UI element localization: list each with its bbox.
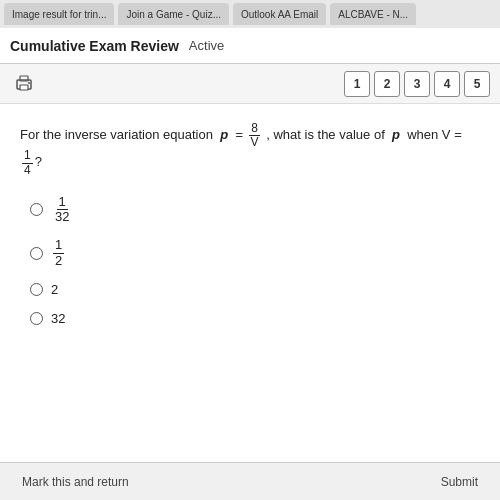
equals-sign: = — [235, 127, 243, 142]
nav-btn-1[interactable]: 1 — [344, 71, 370, 97]
mark-return-button[interactable]: Mark this and return — [14, 471, 137, 493]
var-p: p — [220, 127, 228, 142]
nav-btn-2[interactable]: 2 — [374, 71, 400, 97]
option-a-numerator: 1 — [57, 195, 68, 210]
nav-btn-3[interactable]: 3 — [404, 71, 430, 97]
options-list: 1 32 1 2 2 32 — [20, 195, 480, 326]
status-badge: Active — [189, 38, 224, 53]
option-d-label: 32 — [51, 311, 65, 326]
tab-4[interactable]: ALCBAVE - N... — [330, 3, 416, 25]
svg-rect-2 — [20, 85, 28, 90]
submit-button[interactable]: Submit — [433, 471, 486, 493]
question-text-middle: , what is the value of — [266, 127, 385, 142]
print-button[interactable] — [10, 70, 38, 98]
question-text-end: ? — [35, 155, 42, 170]
tab-1[interactable]: Image result for trin... — [4, 3, 114, 25]
eq-numerator: 8 — [249, 122, 260, 136]
toolbar: 1 2 3 4 5 — [0, 64, 500, 104]
option-b-numerator: 1 — [53, 238, 64, 253]
radio-a[interactable] — [30, 203, 43, 216]
option-b-denominator: 2 — [53, 254, 64, 268]
v-numerator: 1 — [22, 149, 33, 163]
question-text: For the inverse variation equation p = 8… — [20, 122, 480, 177]
question-text-when: when V = — [407, 127, 462, 142]
v-fraction: 1 4 — [22, 149, 33, 176]
option-c[interactable]: 2 — [30, 282, 480, 297]
radio-c[interactable] — [30, 283, 43, 296]
option-b-label: 1 2 — [53, 238, 64, 268]
option-a[interactable]: 1 32 — [30, 195, 480, 225]
option-d[interactable]: 32 — [30, 311, 480, 326]
option-a-label: 1 32 — [53, 195, 71, 225]
nav-btn-4[interactable]: 4 — [434, 71, 460, 97]
option-c-label: 2 — [51, 282, 58, 297]
var-p2: p — [392, 127, 400, 142]
radio-b[interactable] — [30, 247, 43, 260]
svg-point-3 — [28, 82, 30, 84]
question-text-before: For the inverse variation equation — [20, 127, 213, 142]
top-bar: Cumulative Exam Review Active — [0, 28, 500, 64]
v-denominator: 4 — [22, 164, 33, 177]
tab-2[interactable]: Join a Game - Quiz... — [118, 3, 228, 25]
radio-d[interactable] — [30, 312, 43, 325]
question-area: For the inverse variation equation p = 8… — [0, 104, 500, 338]
equation-fraction: 8 V — [249, 122, 261, 149]
tab-3[interactable]: Outlook AA Email — [233, 3, 326, 25]
bottom-bar: Mark this and return Submit — [0, 462, 500, 500]
eq-denominator: V — [249, 136, 261, 149]
question-nav: 1 2 3 4 5 — [344, 71, 490, 97]
nav-btn-5[interactable]: 5 — [464, 71, 490, 97]
option-a-denominator: 32 — [53, 210, 71, 224]
browser-tab-bar: Image result for trin... Join a Game - Q… — [0, 0, 500, 28]
page-title: Cumulative Exam Review — [10, 38, 179, 54]
option-b[interactable]: 1 2 — [30, 238, 480, 268]
